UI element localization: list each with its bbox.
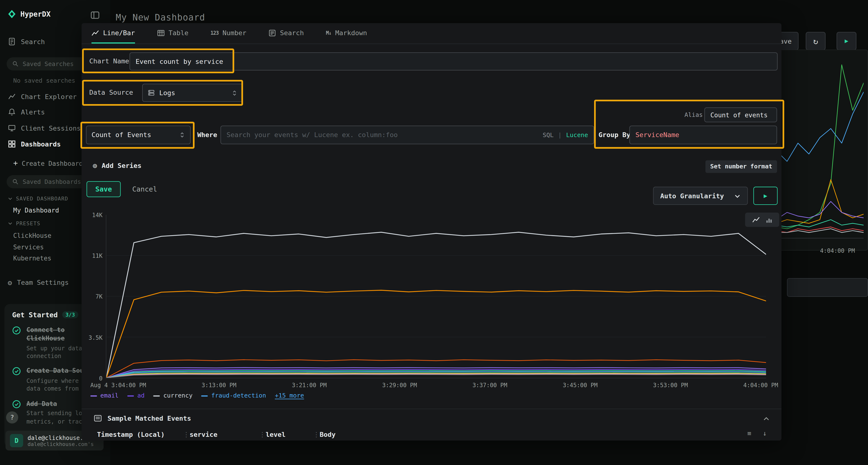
chart-name-inputbox xyxy=(129,52,778,70)
refresh-icon: ↻ xyxy=(813,36,818,46)
user-email-sub: dale@clickhouse.com's xyxy=(28,441,94,447)
sidebar-item-services[interactable]: Services xyxy=(13,243,44,251)
x-axis-ticks: Aug 4 3:04:00 PM 3:13:00 PM 3:21:00 PM 3… xyxy=(90,381,778,388)
plus-circle-icon: ⊕ xyxy=(93,161,97,170)
divider xyxy=(82,409,781,409)
sidebar-item-search[interactable]: Search xyxy=(8,37,45,45)
where-label: Where xyxy=(197,126,217,144)
app-root: My New Dashboard Save ↻ ▶ 4:04:00 PM Hyp… xyxy=(0,0,868,465)
y-axis-tick: 14K xyxy=(83,211,102,218)
chart-explorer-icon xyxy=(8,93,16,101)
column-divider: ⋮ xyxy=(313,431,319,438)
y-axis-tick: 0 xyxy=(83,375,102,381)
search-doc-icon xyxy=(268,29,276,37)
chevron-down-icon xyxy=(734,193,741,199)
get-started-badge: 3/3 xyxy=(62,311,79,318)
sidebar-collapse-icon[interactable] xyxy=(90,10,100,20)
play-icon: ▶ xyxy=(845,37,848,44)
section-presets[interactable]: PRESETS xyxy=(8,220,40,226)
tab-table[interactable]: Table xyxy=(157,23,189,44)
legend-item[interactable]: currency xyxy=(153,392,192,399)
brand[interactable]: HyperDX xyxy=(8,10,51,18)
column-header-level[interactable]: level xyxy=(266,431,286,438)
bar-chart-toggle-icon[interactable] xyxy=(765,216,773,223)
sidebar-item-clickhouse[interactable]: ClickHouse xyxy=(13,232,51,239)
column-header-service[interactable]: service xyxy=(189,431,217,438)
section-saved-dashboards[interactable]: SAVED DASHBOARD xyxy=(8,195,68,201)
chart-legend: emailadcurrencyfraud-detection +15 more xyxy=(90,392,304,399)
chart-editor-modal: Line/Bar Table 123 Number Search M↓ Mark… xyxy=(82,23,781,441)
tab-line-bar[interactable]: Line/Bar xyxy=(91,23,135,44)
help-button[interactable]: ? xyxy=(6,411,18,423)
bell-icon xyxy=(8,108,16,116)
add-series-button[interactable]: ⊕ Add Series xyxy=(93,161,142,170)
search-logs-icon xyxy=(8,37,16,45)
refresh-button[interactable]: ↻ xyxy=(806,32,826,50)
sidebar-item-team-settings[interactable]: ⚙ Team Settings xyxy=(8,279,69,287)
lucene-toggle[interactable]: Lucene xyxy=(566,131,588,138)
run-query-button[interactable]: ▶ xyxy=(753,187,778,205)
table-icon xyxy=(157,29,165,37)
legend-color-dash xyxy=(153,395,160,396)
legend-item[interactable]: ad xyxy=(127,392,145,399)
sidebar-item-kubernetes[interactable]: Kubernetes xyxy=(13,255,51,262)
editor-tabbar: Line/Bar Table 123 Number Search M↓ Mark… xyxy=(82,23,781,44)
tab-markdown[interactable]: M↓ Markdown xyxy=(326,23,367,44)
page-title: My New Dashboard xyxy=(116,12,205,23)
background-chart-time-label: 4:04:00 PM xyxy=(820,247,855,254)
database-icon xyxy=(148,89,155,96)
run-dashboard-button[interactable]: ▶ xyxy=(837,32,857,50)
cancel-button[interactable]: Cancel xyxy=(132,181,157,197)
sql-toggle[interactable]: SQL xyxy=(543,131,554,138)
column-header-body[interactable]: Body xyxy=(320,431,336,438)
check-circle-icon xyxy=(12,367,21,376)
check-circle-icon xyxy=(12,399,21,408)
legend-item[interactable]: email xyxy=(90,392,119,399)
main-chart[interactable] xyxy=(106,215,766,378)
save-chart-button[interactable]: Save xyxy=(87,181,121,197)
group-by-input[interactable] xyxy=(635,131,771,139)
sidebar-item-my-dashboard[interactable]: My Dashboard xyxy=(13,206,59,214)
aggregation-select[interactable]: Count of Events xyxy=(86,126,191,144)
select-chevrons-icon xyxy=(231,89,238,97)
sidebar-item-client-sessions[interactable]: Client Sessions xyxy=(8,124,81,132)
chart-name-input[interactable] xyxy=(135,58,772,65)
search-icon xyxy=(12,178,19,185)
y-axis-tick: 3.5K xyxy=(83,334,102,341)
alias-input[interactable] xyxy=(710,111,771,119)
legend-more-link[interactable]: +15 more xyxy=(275,392,304,399)
table-download-icon[interactable]: ↓ xyxy=(763,430,767,437)
monitor-icon xyxy=(8,124,16,132)
column-header-timestamp[interactable]: Timestamp (Local) xyxy=(97,431,165,438)
sidebar-item-alerts[interactable]: Alerts xyxy=(8,108,45,116)
where-input[interactable] xyxy=(226,131,538,139)
help-icon: ? xyxy=(10,414,14,421)
check-circle-icon xyxy=(12,326,21,335)
set-number-format-button[interactable]: Set number format xyxy=(706,160,777,173)
legend-color-dash xyxy=(127,395,134,396)
markdown-icon: M↓ xyxy=(326,30,331,36)
sample-events-header[interactable]: Sample Matched Events xyxy=(94,414,191,422)
line-chart-icon xyxy=(91,29,99,37)
sidebar-item-chart-explorer[interactable]: Chart Explorer xyxy=(8,93,77,101)
alias-inputbox xyxy=(704,107,777,122)
sidebar-item-dashboards[interactable]: Dashboards xyxy=(8,140,61,148)
collapse-section-icon[interactable] xyxy=(763,415,770,422)
legend-color-dash xyxy=(201,395,208,396)
dashboards-grid-icon xyxy=(8,140,16,148)
legend-item[interactable]: fraud-detection xyxy=(201,392,266,399)
plus-icon: + xyxy=(13,159,18,167)
create-dashboard-link[interactable]: + Create Dashboard xyxy=(13,159,83,167)
tab-number[interactable]: 123 Number xyxy=(211,23,246,44)
granularity-select[interactable]: Auto Granularity xyxy=(653,187,748,205)
toggle-separator: | xyxy=(558,131,562,138)
group-by-label: Group By xyxy=(598,126,630,144)
table-menu-icon[interactable]: ≡ xyxy=(747,430,751,437)
group-by-inputbox xyxy=(629,126,777,144)
avatar: D xyxy=(10,434,23,447)
play-icon: ▶ xyxy=(764,192,767,199)
tab-search[interactable]: Search xyxy=(268,23,304,44)
legend-items: emailadcurrencyfraud-detection xyxy=(90,392,266,399)
background-filter-input[interactable] xyxy=(787,278,868,297)
data-source-select[interactable]: Logs xyxy=(142,84,243,102)
